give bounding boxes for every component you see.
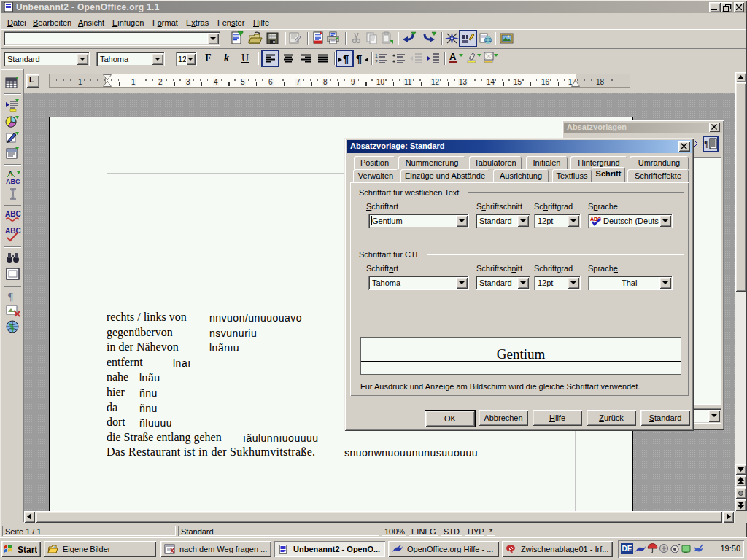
svg-text:¶: ¶: [356, 52, 362, 65]
svg-text:ABC: ABC: [5, 227, 21, 235]
svg-text:¶: ¶: [343, 52, 349, 65]
svg-text:¶: ¶: [704, 139, 708, 149]
svg-text:2: 2: [375, 59, 378, 64]
svg-text:1: 1: [375, 53, 378, 58]
svg-text:ABC: ABC: [5, 210, 21, 218]
svg-text:¶: ¶: [8, 291, 13, 303]
svg-text:ABC: ABC: [6, 178, 20, 185]
svg-text:A: A: [449, 51, 457, 62]
